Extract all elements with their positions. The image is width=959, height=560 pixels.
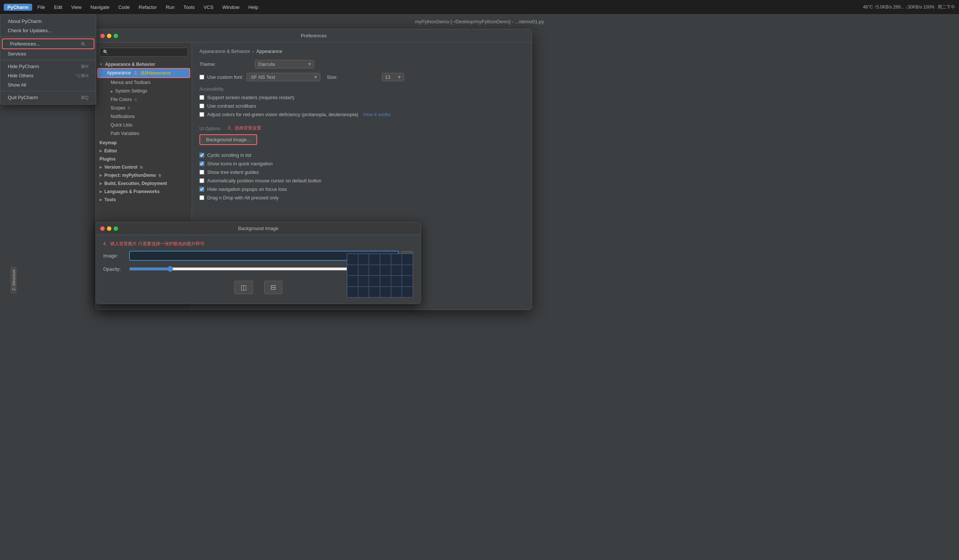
sidebar-item-project[interactable]: ▶ Project: myPythonDemo ⎘	[96, 170, 192, 179]
bg-dialog-body: 4、插入背景图片 只需要选择一张护眼色的图片即可 Image: ... Opac…	[96, 235, 421, 304]
expand-triangle-icon: ▼	[100, 62, 103, 66]
sidebar-item-appearance[interactable]: Appearance 2、选择Appearance	[97, 68, 190, 78]
thumbnail-cell	[358, 275, 369, 287]
thumbnail-cell	[391, 254, 402, 265]
sidebar-search-wrapper[interactable]: 🔍	[100, 48, 188, 57]
menu-view[interactable]: View	[67, 4, 85, 11]
background-image-button[interactable]: Background Image...	[199, 134, 257, 145]
menu-quit[interactable]: Quit PyCharm ⌘Q	[0, 93, 96, 102]
thumbnail-grid	[347, 254, 413, 298]
thumbnail-cell	[402, 275, 413, 287]
maximize-button[interactable]	[113, 33, 118, 38]
sidebar-item-appearance-behavior[interactable]: ▼ Appearance & Behavior	[96, 60, 192, 68]
menu-file[interactable]: File	[33, 4, 49, 11]
menu-hide-others[interactable]: Hide Others ⌥⌘H	[0, 71, 96, 80]
bg-dialog-minimize-button[interactable]	[107, 226, 112, 231]
cyclic-scrolling-checkbox[interactable]	[199, 153, 204, 158]
align-center-button[interactable]: ◫	[234, 281, 253, 294]
menu-services[interactable]: Services	[0, 49, 96, 59]
arrow-icon: ▶	[111, 89, 113, 93]
thumbnail-cell	[369, 275, 380, 287]
theme-dropdown-wrapper[interactable]: Darcula IntelliJ Light High Contrast ▼	[255, 60, 314, 68]
copy-icon-vc: ⎘	[140, 165, 142, 169]
z-structure-tab[interactable]: Z: Structure	[10, 266, 17, 293]
thumbnail-cell	[347, 287, 358, 298]
theme-row: Theme: Darcula IntelliJ Light High Contr…	[199, 60, 524, 68]
menu-preferences[interactable]: Preferences... ⌘,	[2, 38, 94, 49]
sidebar-item-plugins[interactable]: Plugins	[96, 154, 192, 162]
minimize-button[interactable]	[107, 33, 112, 38]
search-icon: 🔍	[103, 49, 108, 55]
color-deficiency-row: Adjust colors for red-green vision defic…	[199, 112, 524, 117]
hide-nav-popups-label: Hide navigation popups on focus loss	[207, 186, 287, 192]
menu-check-updates[interactable]: Check for Updates...	[0, 26, 96, 35]
menu-help[interactable]: Help	[245, 4, 262, 11]
menu-edit[interactable]: Edit	[50, 4, 66, 11]
accessibility-title: Accessibility	[199, 87, 524, 92]
thumbnail-cell	[369, 254, 380, 265]
sidebar-item-languages[interactable]: ▶ Languages & Frameworks	[96, 187, 192, 195]
auto-position-mouse-checkbox[interactable]	[199, 178, 204, 183]
menu-code[interactable]: Code	[115, 4, 134, 11]
theme-select[interactable]: Darcula IntelliJ Light High Contrast	[255, 60, 314, 68]
menu-run[interactable]: Run	[162, 4, 178, 11]
menu-tools[interactable]: Tools	[180, 4, 198, 11]
hide-nav-popups-checkbox[interactable]	[199, 187, 204, 192]
sidebar-item-version-control[interactable]: ▶ Version Control ⎘	[96, 162, 192, 170]
color-deficiency-label: Adjust colors for red-green vision defic…	[207, 112, 358, 117]
close-button[interactable]	[100, 33, 105, 38]
lang-arrow-icon: ▶	[100, 190, 102, 193]
menubar: PyCharm File Edit View Navigate Code Ref…	[0, 0, 959, 14]
show-icons-checkbox[interactable]	[199, 161, 204, 166]
traffic-lights	[100, 33, 118, 38]
thumbnail-cell	[347, 275, 358, 287]
thumbnail-cell	[369, 287, 380, 298]
sidebar-item-build[interactable]: ▶ Build, Execution, Deployment	[96, 179, 192, 187]
contrast-scrollbars-checkbox[interactable]	[199, 103, 204, 108]
contrast-scrollbars-row: Use contrast scrollbars	[199, 103, 524, 109]
menu-navigate[interactable]: Navigate	[87, 4, 113, 11]
show-icons-label: Show icons in quick navigation	[207, 161, 273, 167]
size-select[interactable]: 13 12 14	[382, 73, 404, 81]
bg-dialog-maximize-button[interactable]	[113, 226, 118, 231]
menu-refactor[interactable]: Refactor	[135, 4, 161, 11]
sidebar-item-notifications[interactable]: Notifications	[97, 113, 190, 121]
sidebar-item-editor[interactable]: ▶ Editor	[96, 146, 192, 154]
sidebar-item-keymap[interactable]: Keymap	[96, 138, 192, 146]
sidebar-item-scopes[interactable]: Scopes ⎘	[97, 104, 190, 112]
sidebar-item-menus-toolbars[interactable]: Menus and Toolbars	[97, 78, 190, 87]
menu-about[interactable]: About PyCharm	[0, 17, 96, 26]
breadcrumb-parent: Appearance & Behavior	[199, 48, 250, 54]
sidebar-item-path-variables[interactable]: Path Variables	[97, 129, 190, 138]
font-dropdown-wrapper[interactable]: .SF NS Text ▼	[247, 73, 320, 81]
screen-readers-checkbox[interactable]	[199, 95, 204, 100]
annotation-step2: 2、选择Appearance	[134, 71, 170, 75]
sidebar-item-file-colors[interactable]: File Colors ⎘	[97, 95, 190, 103]
size-dropdown-wrapper[interactable]: 13 12 14 ▼	[382, 73, 404, 81]
search-input[interactable]	[111, 49, 185, 55]
how-it-works-link[interactable]: How it works	[363, 112, 391, 117]
pycharm-menu[interactable]: PyCharm	[4, 4, 32, 11]
editor-arrow-icon: ▶	[100, 149, 102, 153]
thumbnail-cell	[380, 287, 391, 298]
sidebar-item-system-settings[interactable]: ▶ System Settings	[97, 87, 190, 95]
sidebar-item-quick-lists[interactable]: Quick Lists	[97, 121, 190, 129]
custom-font-row: Use custom font: .SF NS Text ▼ Size: 13 …	[199, 73, 524, 81]
tree-indent-checkbox[interactable]	[199, 170, 204, 175]
menu-show-all[interactable]: Show All	[0, 80, 96, 89]
sidebar-item-tools[interactable]: ▶ Tools	[96, 195, 192, 203]
thumbnail-cell	[402, 287, 413, 298]
bg-dialog-close-button[interactable]	[100, 226, 105, 231]
menu-vcs[interactable]: VCS	[200, 4, 217, 11]
color-deficiency-checkbox[interactable]	[199, 112, 204, 117]
thumbnail-cell	[391, 275, 402, 287]
screen-readers-label: Support screen readers (requires restart…	[207, 95, 295, 100]
menu-hide-pycharm[interactable]: Hide PyCharm ⌘H	[0, 62, 96, 71]
thumbnail-cell	[391, 265, 402, 276]
drag-drop-alt-checkbox[interactable]	[199, 195, 204, 200]
font-select[interactable]: .SF NS Text	[247, 73, 320, 81]
custom-font-checkbox[interactable]	[199, 75, 204, 80]
menu-window[interactable]: Window	[219, 4, 243, 11]
align-fill-button[interactable]: ⊟	[264, 281, 282, 294]
menu-separator-1	[0, 37, 96, 37]
